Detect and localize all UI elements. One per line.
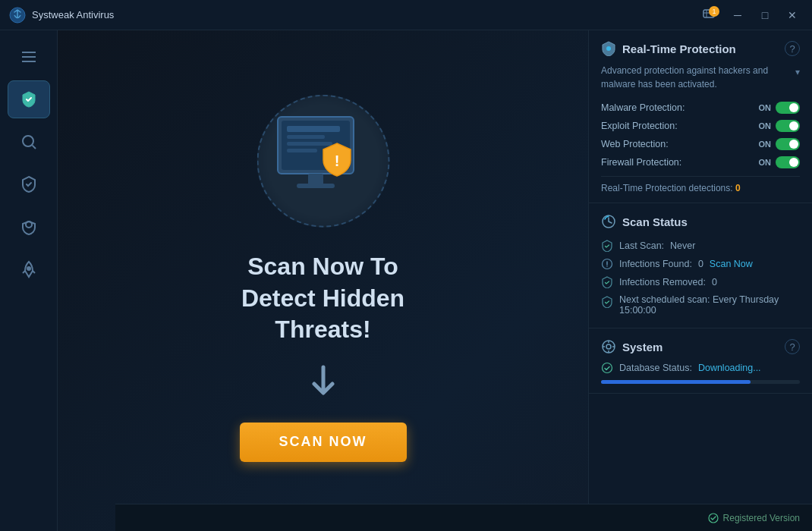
minimize-button[interactable]: ─ (727, 5, 748, 26)
sidebar (0, 30, 58, 531)
app-logo-icon (9, 7, 26, 24)
registered-text: Registered Version (708, 513, 800, 523)
svg-point-10 (27, 267, 30, 270)
sidebar-item-security[interactable] (8, 208, 50, 246)
security-icon (20, 218, 38, 236)
real-time-protection-section: Real-Time Protection ? Advanced protecti… (589, 30, 812, 203)
right-panel: Real-Time Protection ? Advanced protecti… (588, 30, 812, 531)
sidebar-item-checkmark[interactable] (8, 165, 50, 203)
svg-line-8 (32, 146, 35, 149)
notification-button[interactable]: 1 (697, 5, 721, 26)
scan-status-section: Scan Status Last Scan: Never (589, 203, 812, 328)
svg-point-32 (709, 514, 718, 523)
rtp-chevron-icon[interactable]: ▾ (795, 65, 800, 79)
db-progress-bar (601, 380, 800, 384)
menu-icon (20, 48, 38, 66)
detections-count: 0 (735, 183, 741, 193)
app-title: Systweak Antivirus (32, 9, 114, 20)
main-layout: ! Scan Now To Detect Hidden Threats! SCA… (0, 30, 812, 531)
svg-point-31 (603, 363, 612, 373)
registered-check-icon (708, 513, 719, 523)
scan-now-button[interactable]: SCAN NOW (240, 423, 407, 462)
malware-protection-row: Malware Protection: ON (601, 99, 800, 117)
exploit-toggle[interactable]: ON (759, 120, 801, 132)
rtp-detections-row: Real-Time Protection detections: 0 (601, 176, 800, 193)
infections-removed-icon (601, 276, 613, 288)
monitor-illustration: ! (247, 99, 399, 236)
search-icon (20, 133, 38, 151)
firewall-toggle-switch[interactable] (776, 156, 800, 168)
scan-status-icon (601, 214, 616, 229)
rtp-header: Real-Time Protection ? (601, 41, 800, 56)
exploit-protection-row: Exploit Protection: ON (601, 117, 800, 135)
rocket-icon (20, 260, 38, 278)
next-scan-row: Next scheduled scan: Every Thursday 15:0… (601, 291, 800, 319)
infections-found-icon (601, 258, 613, 270)
db-progress-fill (601, 380, 751, 384)
db-status-row: Database Status: Downloading... (601, 362, 800, 374)
titlebar: Systweak Antivirus 1 ─ □ ✕ (0, 0, 812, 30)
rtp-title-group: Real-Time Protection (601, 41, 736, 56)
system-header: System ? (601, 339, 800, 354)
maximize-button[interactable]: □ (754, 5, 776, 26)
window-controls: 1 ─ □ ✕ (697, 5, 803, 26)
svg-rect-13 (287, 126, 340, 132)
arrow-down-icon (305, 364, 341, 407)
scan-status-header: Scan Status (601, 214, 800, 229)
logo-area: Systweak Antivirus (9, 7, 697, 24)
svg-text:!: ! (334, 152, 339, 169)
infections-found-row: Infections Found: 0 Scan Now (601, 255, 800, 273)
scan-status-title-group: Scan Status (601, 214, 688, 229)
svg-rect-18 (297, 184, 335, 188)
db-status-check-icon (601, 362, 613, 374)
rtp-shield-icon (601, 41, 616, 56)
last-scan-shield-icon (601, 240, 613, 252)
firewall-toggle[interactable]: ON (759, 156, 801, 168)
web-toggle[interactable]: ON (759, 138, 801, 150)
footer: Registered Version (115, 504, 812, 531)
sidebar-item-menu[interactable] (8, 38, 50, 76)
rtp-description: Advanced protection against hackers and … (601, 64, 800, 91)
svg-rect-17 (308, 174, 323, 185)
last-scan-row: Last Scan: Never (601, 237, 800, 255)
system-section: System ? Database Status: Downloading... (589, 328, 812, 394)
svg-point-7 (23, 136, 33, 146)
web-protection-row: Web Protection: ON (601, 135, 800, 153)
svg-point-26 (606, 344, 611, 349)
exploit-toggle-switch[interactable] (776, 120, 800, 132)
infections-removed-row: Infections Removed: 0 (601, 273, 800, 291)
shield-icon (20, 90, 38, 108)
svg-rect-16 (287, 149, 317, 152)
main-panel: ! Scan Now To Detect Hidden Threats! SCA… (58, 30, 588, 531)
scan-heading: Scan Now To Detect Hidden Threats! (241, 251, 404, 346)
close-button[interactable]: ✕ (782, 5, 803, 26)
system-help-button[interactable]: ? (785, 339, 800, 354)
rtp-help-button[interactable]: ? (785, 41, 800, 56)
firewall-protection-row: Firewall Protection: ON (601, 153, 800, 171)
malware-toggle-switch[interactable] (776, 102, 800, 114)
checkmark-shield-icon (20, 175, 38, 193)
content-area: ! Scan Now To Detect Hidden Threats! SCA… (58, 30, 812, 531)
system-title-group: System (601, 339, 663, 354)
monitor-svg: ! (263, 109, 384, 215)
svg-rect-15 (287, 142, 332, 146)
system-icon (601, 339, 616, 354)
svg-point-20 (606, 46, 611, 51)
svg-point-24 (606, 266, 608, 267)
web-toggle-switch[interactable] (776, 138, 800, 150)
sidebar-item-rocket[interactable] (8, 250, 50, 288)
sidebar-item-search[interactable] (8, 123, 50, 161)
malware-toggle[interactable]: ON (759, 102, 801, 114)
sidebar-item-shield[interactable] (8, 80, 50, 118)
downloading-text: Downloading... (698, 363, 761, 373)
scan-now-link[interactable]: Scan Now (710, 259, 753, 269)
notification-badge: 1 (709, 6, 719, 17)
svg-rect-14 (287, 135, 325, 139)
next-scan-icon (601, 296, 613, 308)
